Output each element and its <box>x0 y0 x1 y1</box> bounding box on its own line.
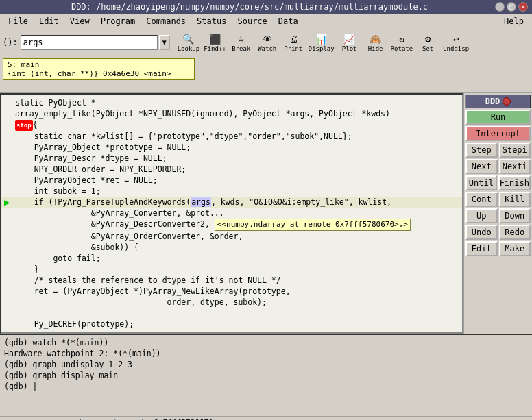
unddisp-label: Unddisp <box>443 46 469 52</box>
line-arrow <box>4 175 15 186</box>
code-line: &PyArray_OrderConverter, &order, <box>1 231 462 242</box>
menu-file[interactable]: File <box>3 15 34 27</box>
gdb-line: (gdb) | <box>4 381 528 392</box>
tooltip-box: 5: main {int (int, char **)} 0x4a6e30 <m… <box>3 58 195 80</box>
code-line: goto fail; <box>1 253 462 264</box>
print-button[interactable]: 🖨 Print <box>281 32 306 53</box>
code-line: order, dtype, subok); <box>1 297 462 308</box>
break-button[interactable]: ☕ Break <box>229 32 254 53</box>
undo-button[interactable]: Undo <box>466 225 498 240</box>
menu-program[interactable]: Program <box>95 15 141 27</box>
code-line: &PyArray_Converter, &prot... <box>1 208 462 219</box>
ddd-label: DDD <box>485 97 500 106</box>
menu-edit[interactable]: Edit <box>34 15 64 27</box>
line-arrow <box>4 164 15 175</box>
next-button[interactable]: Next <box>466 159 498 174</box>
gdb-line: (gdb) graph undisplay 1 2 3 <box>4 359 528 370</box>
menu-commands[interactable]: Commands <box>141 15 191 27</box>
menu-source[interactable]: Source <box>232 15 272 27</box>
current-code-line: ▶ if (!PyArg_ParseTupleAndKeywords(args,… <box>1 197 462 208</box>
cmd-label: (): <box>3 38 18 47</box>
code-line: static PyObject * <box>1 97 462 108</box>
close-button[interactable]: × <box>518 2 528 12</box>
edit-button[interactable]: Edit <box>466 241 498 256</box>
lookup-icon: 🔍 <box>180 32 197 46</box>
plot-icon: 📈 <box>341 32 358 46</box>
line-arrow <box>4 97 15 108</box>
gdb-line: Hardware watchpoint 2: *(*(main)) <box>4 348 528 359</box>
line-text: Py_DECREF(prototype); <box>15 319 459 330</box>
line-text: } <box>15 264 459 275</box>
step-button[interactable]: Step <box>466 143 498 158</box>
lookup-button[interactable]: 🔍 Lookup <box>176 32 202 53</box>
finish-button[interactable]: Finish <box>498 175 531 190</box>
code-line: Py_DECREF(prototype); <box>1 319 462 330</box>
code-area[interactable]: static PyObject * array_empty_like(PyObj… <box>0 93 463 334</box>
unddisp-button[interactable]: ↩ Unddisp <box>442 32 470 53</box>
cmd-dropdown-arrow[interactable]: ▼ <box>159 35 170 50</box>
line-arrow <box>4 319 15 330</box>
cmd-input[interactable] <box>21 35 158 50</box>
menu-bar: File Edit View Program Commands Status S… <box>0 14 532 29</box>
run-button[interactable]: Run <box>466 110 531 125</box>
display-icon: 📊 <box>313 32 330 46</box>
code-line: PyArrayObject *ret = NULL; <box>1 175 462 186</box>
line-text: PyArrayObject *ret = NULL; <box>15 175 459 186</box>
watch-button[interactable]: 👁 Watch <box>255 32 280 53</box>
print-label: Print <box>284 46 302 52</box>
undo-row: Undo Redo <box>466 225 531 240</box>
code-line: PyArray_Object *prototype = NULL; <box>1 142 462 153</box>
line-arrow <box>4 108 15 119</box>
until-button[interactable]: Until <box>466 175 497 190</box>
rotate-icon: ↻ <box>394 32 410 46</box>
step-row: Step Stepi <box>466 143 531 158</box>
code-line: NPY_ORDER order = NPY_KEEPORDER; <box>1 164 462 175</box>
line-text: if (!PyArg_ParseTupleAndKeywords(args, k… <box>15 197 459 208</box>
plot-button[interactable]: 📈 Plot <box>337 32 362 53</box>
up-button[interactable]: Up <box>466 208 498 223</box>
line-text: &PyArray_DescrConverter2, <<numpy.ndarra… <box>15 219 459 231</box>
menu-help[interactable]: Help <box>498 15 529 27</box>
code-line <box>1 308 462 319</box>
line-text: PyArray_Object *prototype = NULL; <box>15 142 459 153</box>
line-arrow <box>4 131 15 142</box>
minimize-button[interactable]: _ <box>495 2 505 12</box>
display-button[interactable]: 📊 Display <box>307 32 336 53</box>
redo-button[interactable]: Redo <box>499 225 531 240</box>
until-row: Until Finish <box>466 175 531 190</box>
find-icon: ⬛ <box>206 32 223 46</box>
rotate-button[interactable]: ↻ Rotate <box>389 32 415 53</box>
code-line: &PyArray_DescrConverter2, <<numpy.ndarra… <box>1 219 462 231</box>
window-controls: _ □ × <box>495 2 528 12</box>
kill-button[interactable]: Kill <box>499 192 531 207</box>
next-row: Next Nexti <box>466 159 531 174</box>
menu-status[interactable]: Status <box>191 15 232 27</box>
edit-row: Edit Make <box>466 241 531 256</box>
cont-button[interactable]: Cont <box>466 192 498 207</box>
menu-view[interactable]: View <box>64 15 95 27</box>
code-line: /* steals the reference to dtype if it's… <box>1 275 462 286</box>
set-label: Set <box>422 46 433 52</box>
up-row: Up Down <box>466 208 531 223</box>
inline-tooltip: <<numpy.ndarray at remote 0x7fff5780670>… <box>215 219 411 231</box>
hide-button[interactable]: 🙈 Hide <box>363 32 388 53</box>
find-label: Find++ <box>204 46 226 52</box>
line-arrow <box>4 253 15 264</box>
ddd-close-button[interactable] <box>503 97 511 106</box>
line-arrow <box>4 264 15 275</box>
interrupt-button[interactable]: Interrupt <box>466 126 531 141</box>
tooltip-line2: {int (int, char **)} 0x4a6e30 <main> <box>8 69 190 78</box>
gdb-output[interactable]: (gdb) watch *(*(main)) Hardware watchpoi… <box>0 334 532 416</box>
down-button[interactable]: Down <box>499 208 531 223</box>
set-button[interactable]: ⚙ Set <box>415 32 440 53</box>
maximize-button[interactable]: □ <box>507 2 516 12</box>
line-text: NPY_ORDER order = NPY_KEEPORDER; <box>15 164 459 175</box>
menu-data[interactable]: Data <box>273 15 304 27</box>
make-button[interactable]: Make <box>499 241 531 256</box>
break-label: Break <box>232 46 250 52</box>
line-arrow <box>4 119 15 130</box>
stepi-button[interactable]: Stepi <box>499 143 531 158</box>
title-bar: DDD: /home/zhaoyipeng/numpy/numpy/core/s… <box>0 0 532 14</box>
find-button[interactable]: ⬛ Find++ <box>202 32 228 53</box>
nexti-button[interactable]: Nexti <box>499 159 531 174</box>
